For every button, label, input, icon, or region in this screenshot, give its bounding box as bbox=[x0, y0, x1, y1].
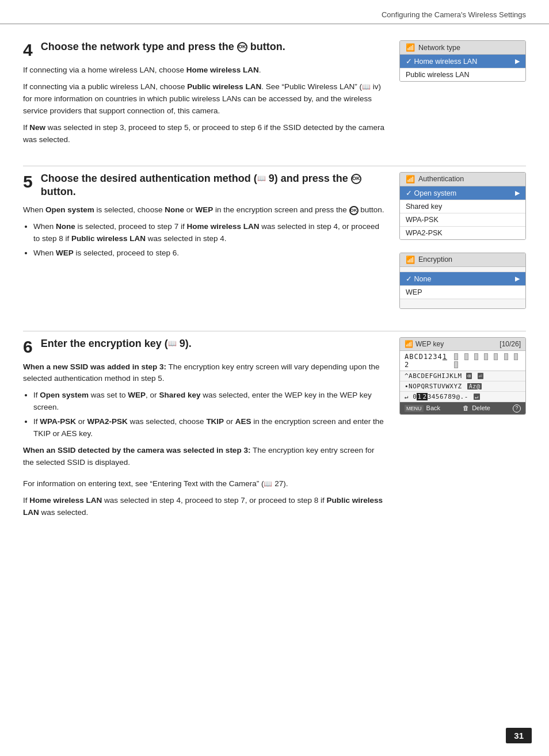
step4-heading: 4 Choose the network type and press the … bbox=[23, 40, 386, 59]
wep-del-btn1[interactable]: ⌫ bbox=[466, 373, 472, 379]
step6-para2: When an SSID detected by the camera was … bbox=[23, 445, 386, 469]
step4-para2: If connecting via a public wireless LAN,… bbox=[23, 81, 386, 117]
step6-ui-panel: 📶 WEP key [10/26] ABCD12341 2 bbox=[399, 337, 526, 524]
wep-bottom-bar: MENU Back 🗑 Delete ? bbox=[400, 402, 525, 414]
wep-delete-label: Delete bbox=[472, 404, 490, 411]
step4-heading-text: Choose the network type and press the OK… bbox=[41, 41, 285, 52]
open-system-arrow: ▶ bbox=[515, 189, 520, 197]
enc-none-arrow: ▶ bbox=[515, 275, 520, 282]
step5-ui-panel: 📶 Authentication ✓ Open system ▶ Shared … bbox=[399, 172, 526, 316]
wifi-icon1: 📶 bbox=[406, 43, 415, 52]
ok-button-icon: OK bbox=[237, 42, 247, 52]
page-header: Configuring the Camera's Wireless Settin… bbox=[0, 0, 549, 24]
help-icon: ? bbox=[513, 404, 521, 413]
network-type-label: Network type bbox=[418, 44, 460, 52]
wep-chars-row1: ^ABCDEFGHIJKLM ⌫ ⏎ bbox=[400, 371, 525, 381]
book-icon4: 📖 bbox=[264, 479, 272, 490]
wep-chars-row2: •NOPQRSTUVWXYZ Az@ bbox=[400, 381, 525, 392]
step6-section: 6 Enter the encryption key (📖 9). When a… bbox=[23, 337, 526, 539]
wep-block bbox=[484, 353, 488, 360]
public-wireless-label: Public wireless LAN bbox=[406, 71, 469, 79]
step6-number: 6 bbox=[23, 338, 33, 356]
ok-button-icon3: OK bbox=[349, 206, 359, 215]
step4-para1: If connecting via a home wireless LAN, c… bbox=[23, 64, 386, 77]
authentication-title: 📶 Authentication bbox=[400, 173, 525, 186]
authentication-box: 📶 Authentication ✓ Open system ▶ Shared … bbox=[399, 172, 526, 240]
wep-help: ? bbox=[513, 404, 521, 413]
authentication-label: Authentication bbox=[418, 175, 464, 183]
wep-block bbox=[504, 353, 508, 360]
enc-none-row[interactable]: ✓ None ▶ bbox=[400, 272, 525, 286]
wep-block bbox=[514, 353, 518, 360]
public-wireless-row[interactable]: Public wireless LAN bbox=[400, 68, 525, 81]
encryption-label: Encryption bbox=[418, 255, 452, 264]
encryption-box: 📶 Encryption ✓ None ▶ WEP bbox=[399, 253, 526, 309]
wep-delete: 🗑 Delete bbox=[463, 404, 490, 411]
encryption-title: 📶 Encryption bbox=[400, 253, 525, 267]
open-system-label: ✓ Open system bbox=[406, 189, 456, 197]
step6-footer2: If Home wireless LAN was selected in ste… bbox=[23, 495, 386, 519]
header-title: Configuring the Camera's Wireless Settin… bbox=[382, 10, 526, 19]
enc-wep-row[interactable]: WEP bbox=[400, 286, 525, 299]
step5-bullet2: When WEP is selected, proceed to step 6. bbox=[33, 247, 386, 259]
wep-input-text: ABCD12341 2 bbox=[405, 353, 451, 369]
shared-key-row[interactable]: Shared key bbox=[400, 200, 525, 213]
step5-number: 5 bbox=[23, 173, 33, 190]
wep-chars-label1: ^ABCDEFGHIJKLM bbox=[405, 372, 462, 380]
open-system-row[interactable]: ✓ Open system ▶ bbox=[400, 186, 525, 200]
step6-bullet1: If Open system was set to WEP, or Shared… bbox=[33, 390, 386, 414]
wep-highlight-2: 2 bbox=[422, 393, 428, 400]
book-icon1: 📖 bbox=[362, 82, 371, 93]
wep-key-title: 📶 WEP key [10/26] bbox=[400, 338, 525, 351]
wep-return-icon: ↵ bbox=[405, 393, 409, 400]
home-wireless-row[interactable]: ✓ Home wireless LAN ▶ bbox=[400, 55, 525, 68]
wep-block bbox=[494, 353, 498, 360]
step5-body: When Open system is selected, choose Non… bbox=[23, 204, 386, 259]
wpa2-psk-label: WPA2-PSK bbox=[406, 229, 443, 237]
step5-para1: When Open system is selected, choose Non… bbox=[23, 204, 386, 216]
wep-key-label-wifi: 📶 WEP key bbox=[405, 340, 444, 348]
shared-key-label: Shared key bbox=[406, 203, 442, 211]
step4-number: 4 bbox=[23, 41, 33, 59]
step5-bullets: When None is selected, proceed to step 7… bbox=[33, 221, 386, 259]
network-type-box: 📶 Network type ✓ Home wireless LAN ▶ Pub… bbox=[399, 40, 526, 82]
wep-chars-label2: •NOPQRSTUVWXYZ bbox=[405, 383, 462, 390]
wep-back-label: Back bbox=[426, 404, 440, 411]
step4-para3: If New was selected in step 3, proceed t… bbox=[23, 122, 386, 146]
wep-block bbox=[474, 353, 478, 360]
step6-footer1: For information on entering text, see “E… bbox=[23, 478, 386, 490]
step6-para1: When a new SSID was added in step 3: The… bbox=[23, 361, 386, 385]
step5-heading-text: Choose the desired authentication method… bbox=[41, 173, 361, 197]
enc-spacer2 bbox=[400, 299, 525, 308]
wep-key-counter: [10/26] bbox=[500, 340, 521, 348]
step6-bullets: If Open system was set to WEP, or Shared… bbox=[33, 390, 386, 440]
wifi-icon3: 📶 bbox=[406, 255, 415, 264]
wep-block bbox=[454, 353, 458, 360]
wpa2-psk-row[interactable]: WPA2-PSK bbox=[400, 227, 525, 239]
home-wireless-arrow: ▶ bbox=[515, 58, 520, 65]
wpa-psk-label: WPA-PSK bbox=[406, 216, 439, 224]
menu-tag: MENU bbox=[405, 405, 424, 412]
wep-az-btn[interactable]: Az@ bbox=[467, 383, 482, 390]
book-icon3: 📖 bbox=[168, 339, 177, 349]
ok-button-icon2: OK bbox=[351, 174, 361, 184]
wep-block bbox=[464, 353, 468, 360]
wep-enter-btn2[interactable]: ↵ bbox=[474, 394, 480, 400]
wep-block bbox=[454, 361, 458, 368]
step5-bullet1: When None is selected, proceed to step 7… bbox=[33, 221, 386, 245]
wifi-icon4: 📶 bbox=[405, 340, 413, 348]
wep-chars-label3: 0123456789@.- bbox=[413, 393, 468, 400]
book-icon2: 📖 bbox=[257, 174, 266, 184]
step4-section: 4 Choose the network type and press the … bbox=[23, 40, 526, 166]
wep-key-box: 📶 WEP key [10/26] ABCD12341 2 bbox=[399, 337, 526, 415]
wep-chars-row3: ↵ 0123456789@.- ↵ bbox=[400, 392, 525, 402]
step6-body: When a new SSID was added in step 3: The… bbox=[23, 361, 386, 519]
enc-wep-label: WEP bbox=[406, 288, 422, 296]
step6-content: 6 Enter the encryption key (📖 9). When a… bbox=[23, 337, 386, 524]
wep-enter-btn1[interactable]: ⏎ bbox=[478, 373, 484, 379]
wep-input-row: ABCD12341 2 bbox=[400, 351, 525, 371]
wpa-psk-row[interactable]: WPA-PSK bbox=[400, 213, 525, 227]
wep-input-blocks bbox=[453, 353, 521, 369]
step5-right-panels: 📶 Authentication ✓ Open system ▶ Shared … bbox=[399, 172, 526, 316]
step5-content: 5 Choose the desired authentication meth… bbox=[23, 172, 386, 316]
